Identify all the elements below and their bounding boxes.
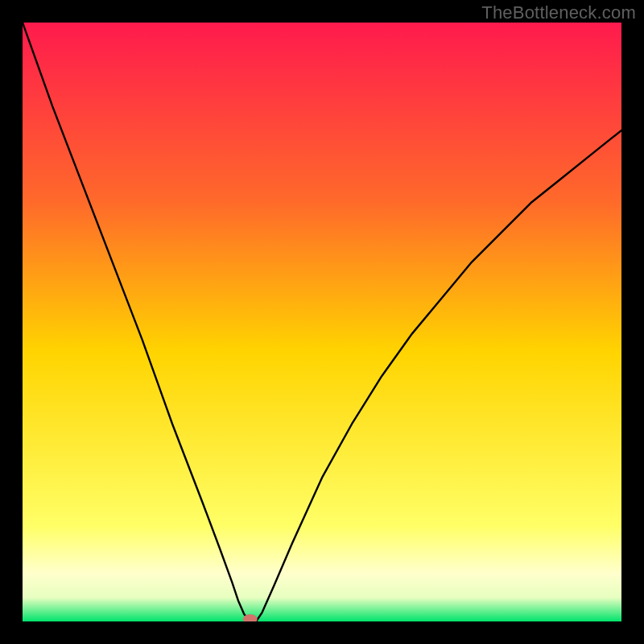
watermark-text: TheBottleneck.com	[481, 2, 636, 23]
chart-frame: TheBottleneck.com	[0, 0, 644, 644]
chart-background	[23, 23, 621, 621]
chart-svg	[23, 23, 621, 621]
chart-plot-area	[23, 23, 621, 621]
